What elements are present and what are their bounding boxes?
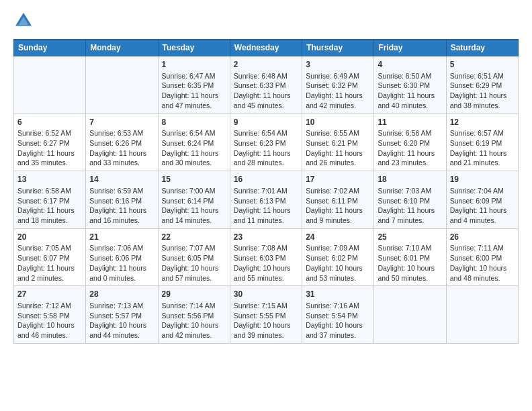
weekday-header: Saturday — [446, 40, 518, 56]
calendar-cell: 8Sunrise: 6:54 AM Sunset: 6:24 PM Daylig… — [158, 113, 230, 171]
weekday-header: Wednesday — [230, 40, 302, 56]
calendar-cell: 4Sunrise: 6:50 AM Sunset: 6:30 PM Daylig… — [374, 56, 446, 114]
calendar-cell — [86, 56, 158, 114]
calendar-body: 1Sunrise: 6:47 AM Sunset: 6:35 PM Daylig… — [14, 56, 519, 344]
cell-content: Sunrise: 6:54 AM Sunset: 6:23 PM Dayligh… — [234, 128, 298, 168]
calendar-cell: 19Sunrise: 7:04 AM Sunset: 6:09 PM Dayli… — [446, 171, 518, 229]
day-number: 8 — [162, 117, 226, 128]
calendar-cell: 18Sunrise: 7:03 AM Sunset: 6:10 PM Dayli… — [374, 171, 446, 229]
calendar-cell: 1Sunrise: 6:47 AM Sunset: 6:35 PM Daylig… — [158, 56, 230, 114]
cell-content: Sunrise: 7:03 AM Sunset: 6:10 PM Dayligh… — [378, 186, 442, 226]
cell-content: Sunrise: 6:47 AM Sunset: 6:35 PM Dayligh… — [162, 71, 226, 111]
calendar-cell: 24Sunrise: 7:09 AM Sunset: 6:02 PM Dayli… — [302, 228, 374, 286]
cell-content: Sunrise: 7:09 AM Sunset: 6:02 PM Dayligh… — [306, 243, 370, 283]
calendar-cell: 30Sunrise: 7:15 AM Sunset: 5:55 PM Dayli… — [230, 286, 302, 344]
day-number: 6 — [17, 117, 82, 128]
cell-content: Sunrise: 7:16 AM Sunset: 5:54 PM Dayligh… — [306, 301, 370, 340]
calendar-cell: 21Sunrise: 7:06 AM Sunset: 6:06 PM Dayli… — [86, 228, 158, 286]
cell-content: Sunrise: 7:13 AM Sunset: 5:57 PM Dayligh… — [89, 301, 154, 340]
calendar-cell: 6Sunrise: 6:52 AM Sunset: 6:27 PM Daylig… — [14, 113, 86, 171]
logo-icon — [13, 11, 34, 31]
cell-content: Sunrise: 7:00 AM Sunset: 6:14 PM Dayligh… — [162, 186, 226, 226]
calendar-cell: 9Sunrise: 6:54 AM Sunset: 6:23 PM Daylig… — [230, 113, 302, 171]
cell-content: Sunrise: 6:52 AM Sunset: 6:27 PM Dayligh… — [17, 128, 82, 168]
calendar-cell: 25Sunrise: 7:10 AM Sunset: 6:01 PM Dayli… — [374, 228, 446, 286]
calendar-table: SundayMondayTuesdayWednesdayThursdayFrid… — [13, 39, 519, 344]
cell-content: Sunrise: 6:57 AM Sunset: 6:19 PM Dayligh… — [450, 128, 515, 168]
calendar-cell: 26Sunrise: 7:11 AM Sunset: 6:00 PM Dayli… — [446, 228, 518, 286]
day-number: 11 — [378, 117, 442, 128]
cell-content: Sunrise: 7:11 AM Sunset: 6:00 PM Dayligh… — [450, 243, 515, 283]
calendar-cell: 13Sunrise: 6:58 AM Sunset: 6:17 PM Dayli… — [14, 171, 86, 229]
calendar-cell — [14, 56, 86, 114]
calendar-cell: 31Sunrise: 7:16 AM Sunset: 5:54 PM Dayli… — [302, 286, 374, 344]
day-number: 2 — [234, 59, 298, 71]
cell-content: Sunrise: 6:55 AM Sunset: 6:21 PM Dayligh… — [306, 128, 370, 168]
calendar-cell — [374, 286, 446, 344]
day-number: 12 — [450, 117, 515, 128]
day-number: 21 — [89, 232, 154, 243]
header-row: SundayMondayTuesdayWednesdayThursdayFrid… — [14, 40, 519, 56]
calendar-week: 27Sunrise: 7:12 AM Sunset: 5:58 PM Dayli… — [14, 286, 519, 344]
day-number: 29 — [162, 289, 226, 300]
cell-content: Sunrise: 6:53 AM Sunset: 6:26 PM Dayligh… — [89, 128, 154, 168]
cell-content: Sunrise: 6:54 AM Sunset: 6:24 PM Dayligh… — [162, 128, 226, 168]
cell-content: Sunrise: 6:51 AM Sunset: 6:29 PM Dayligh… — [450, 71, 515, 111]
day-number: 26 — [450, 232, 515, 243]
weekday-header: Tuesday — [158, 40, 230, 56]
cell-content: Sunrise: 6:48 AM Sunset: 6:33 PM Dayligh… — [234, 71, 298, 111]
cell-content: Sunrise: 6:59 AM Sunset: 6:16 PM Dayligh… — [89, 186, 154, 226]
cell-content: Sunrise: 7:02 AM Sunset: 6:11 PM Dayligh… — [306, 186, 370, 226]
cell-content: Sunrise: 6:58 AM Sunset: 6:17 PM Dayligh… — [17, 186, 82, 226]
page-header — [13, 11, 519, 31]
calendar-cell: 2Sunrise: 6:48 AM Sunset: 6:33 PM Daylig… — [230, 56, 302, 114]
calendar-cell: 12Sunrise: 6:57 AM Sunset: 6:19 PM Dayli… — [446, 113, 518, 171]
calendar-cell: 3Sunrise: 6:49 AM Sunset: 6:32 PM Daylig… — [302, 56, 374, 114]
cell-content: Sunrise: 7:08 AM Sunset: 6:03 PM Dayligh… — [234, 243, 298, 283]
calendar-cell: 5Sunrise: 6:51 AM Sunset: 6:29 PM Daylig… — [446, 56, 518, 114]
calendar-week: 1Sunrise: 6:47 AM Sunset: 6:35 PM Daylig… — [14, 56, 519, 114]
day-number: 15 — [162, 174, 226, 185]
cell-content: Sunrise: 6:50 AM Sunset: 6:30 PM Dayligh… — [378, 71, 442, 111]
day-number: 7 — [89, 117, 154, 128]
day-number: 20 — [17, 232, 82, 243]
day-number: 13 — [17, 174, 82, 185]
day-number: 17 — [306, 174, 370, 185]
calendar-cell: 28Sunrise: 7:13 AM Sunset: 5:57 PM Dayli… — [86, 286, 158, 344]
cell-content: Sunrise: 6:49 AM Sunset: 6:32 PM Dayligh… — [306, 71, 370, 111]
cell-content: Sunrise: 7:01 AM Sunset: 6:13 PM Dayligh… — [234, 186, 298, 226]
day-number: 27 — [17, 289, 82, 300]
calendar-cell: 22Sunrise: 7:07 AM Sunset: 6:05 PM Dayli… — [158, 228, 230, 286]
cell-content: Sunrise: 7:10 AM Sunset: 6:01 PM Dayligh… — [378, 243, 442, 283]
calendar-cell: 23Sunrise: 7:08 AM Sunset: 6:03 PM Dayli… — [230, 228, 302, 286]
day-number: 30 — [234, 289, 298, 300]
day-number: 16 — [234, 174, 298, 185]
calendar-cell: 14Sunrise: 6:59 AM Sunset: 6:16 PM Dayli… — [86, 171, 158, 229]
day-number: 31 — [306, 289, 370, 300]
weekday-header: Thursday — [302, 40, 374, 56]
day-number: 1 — [162, 59, 226, 71]
day-number: 19 — [450, 174, 515, 185]
calendar-cell: 16Sunrise: 7:01 AM Sunset: 6:13 PM Dayli… — [230, 171, 302, 229]
day-number: 10 — [306, 117, 370, 128]
weekday-header: Friday — [374, 40, 446, 56]
day-number: 25 — [378, 232, 442, 243]
calendar-week: 13Sunrise: 6:58 AM Sunset: 6:17 PM Dayli… — [14, 171, 519, 229]
calendar-header: SundayMondayTuesdayWednesdayThursdayFrid… — [14, 40, 519, 56]
day-number: 4 — [378, 59, 442, 71]
calendar-cell: 20Sunrise: 7:05 AM Sunset: 6:07 PM Dayli… — [14, 228, 86, 286]
calendar-week: 6Sunrise: 6:52 AM Sunset: 6:27 PM Daylig… — [14, 113, 519, 171]
calendar-cell — [446, 286, 518, 344]
calendar-cell: 10Sunrise: 6:55 AM Sunset: 6:21 PM Dayli… — [302, 113, 374, 171]
weekday-header: Sunday — [14, 40, 86, 56]
calendar-cell: 11Sunrise: 6:56 AM Sunset: 6:20 PM Dayli… — [374, 113, 446, 171]
weekday-header: Monday — [86, 40, 158, 56]
calendar-cell: 27Sunrise: 7:12 AM Sunset: 5:58 PM Dayli… — [14, 286, 86, 344]
day-number: 14 — [89, 174, 154, 185]
cell-content: Sunrise: 6:56 AM Sunset: 6:20 PM Dayligh… — [378, 128, 442, 168]
day-number: 18 — [378, 174, 442, 185]
cell-content: Sunrise: 7:07 AM Sunset: 6:05 PM Dayligh… — [162, 243, 226, 283]
cell-content: Sunrise: 7:14 AM Sunset: 5:56 PM Dayligh… — [162, 301, 226, 340]
day-number: 22 — [162, 232, 226, 243]
day-number: 24 — [306, 232, 370, 243]
